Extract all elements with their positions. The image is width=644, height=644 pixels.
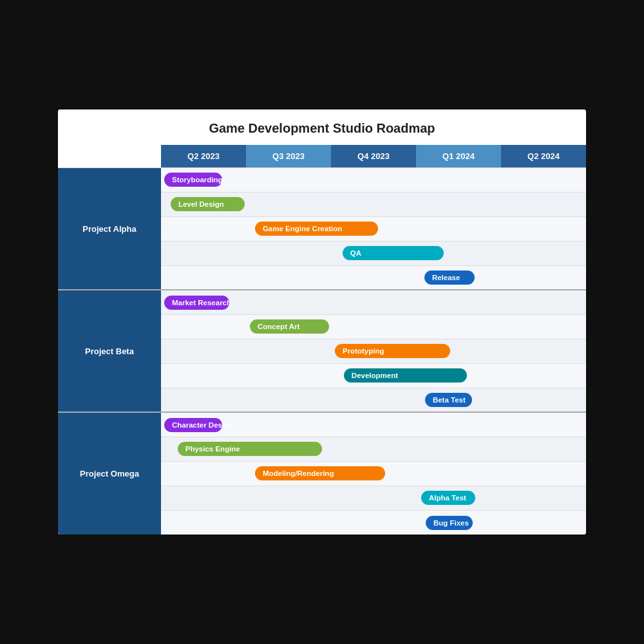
task-cell-p2-r0-c5 — [501, 412, 586, 437]
task-cell-p0-r4-c1 — [161, 265, 246, 290]
task-cell-p2-r0-c4 — [416, 412, 501, 437]
task-bar-development: Development — [344, 368, 467, 383]
task-cell-p1-r3-c1 — [161, 363, 246, 388]
header-row: Q2 2023 Q3 2023 Q4 2023 Q1 2024 Q2 2024 — [58, 145, 586, 168]
task-cell-p0-r4-c2 — [246, 265, 331, 290]
task-cell-p2-r0-c1: Character Design — [161, 412, 246, 437]
task-cell-p1-r1-c1 — [161, 314, 246, 339]
task-cell-p0-r1-c5 — [501, 192, 586, 216]
task-cell-p1-r3-c5 — [501, 363, 586, 388]
task-cell-p1-r2-c3: Prototyping — [331, 339, 501, 363]
task-cell-p0-r0-c1: Storyboarding — [161, 167, 246, 192]
task-cell-p2-r1-c3 — [331, 437, 416, 461]
task-cell-p0-r3-c2 — [246, 241, 331, 265]
task-cell-p2-r2-c4 — [416, 461, 501, 486]
task-cell-p1-r4-c3 — [331, 388, 416, 412]
task-cell-p0-r1-c3 — [331, 192, 416, 216]
header-q1-2024: Q1 2024 — [416, 145, 501, 168]
task-cell-p2-r1-c4 — [416, 437, 501, 461]
task-cell-p0-r0-c4 — [416, 167, 501, 192]
task-cell-p0-r4-c3 — [331, 265, 416, 290]
task-bar-beta-test: Beta Test — [425, 393, 472, 407]
task-cell-p1-r1-c5 — [501, 314, 586, 339]
task-cell-p2-r4-c3 — [331, 510, 416, 535]
task-cell-p2-r4-c4: Bug Fixes — [416, 510, 501, 535]
task-cell-p2-r3-c4: Alpha Test — [416, 486, 501, 510]
task-cell-p1-r2-c1 — [161, 339, 246, 363]
task-bar-physics-engine: Physics Engine — [178, 442, 322, 456]
task-cell-p2-r2-c2: Modeling/Rendering — [246, 461, 416, 486]
chart-title: Game Development Studio Roadmap — [58, 109, 586, 145]
task-cell-p0-r2-c5 — [501, 216, 586, 241]
task-cell-p0-r4-c4: Release — [416, 265, 501, 290]
task-cell-p1-r3-c2 — [246, 363, 331, 388]
task-cell-p2-r0-c3 — [331, 412, 416, 437]
project-label-0: Project Alpha — [58, 167, 161, 290]
task-cell-p0-r1-c1: Level Design — [161, 192, 246, 216]
task-bar-concept-art: Concept Art — [250, 319, 329, 334]
task-cell-p0-r0-c5 — [501, 167, 586, 192]
task-cell-p1-r1-c2: Concept Art — [246, 314, 331, 339]
task-cell-p0-r2-c1 — [161, 216, 246, 241]
task-cell-p2-r2-c1 — [161, 461, 246, 486]
task-cell-p0-r3-c1 — [161, 241, 246, 265]
task-cell-p2-r1-c5 — [501, 437, 586, 461]
task-bar-character-design: Character Design — [164, 418, 222, 432]
task-cell-p1-r4-c4: Beta Test — [416, 388, 501, 412]
chart-container: Game Development Studio Roadmap Q2 2023 … — [58, 109, 586, 535]
task-cell-p2-r0-c2 — [246, 412, 331, 437]
task-bar-bug-fixes: Bug Fixes — [426, 516, 473, 530]
task-cell-p0-r2-c4 — [416, 216, 501, 241]
task-cell-p1-r4-c5 — [501, 388, 586, 412]
task-cell-p1-r3-c3: Development — [331, 363, 501, 388]
task-cell-p0-r1-c2 — [246, 192, 331, 216]
task-cell-p1-r0-c4 — [416, 290, 501, 314]
task-cell-p2-r4-c2 — [246, 510, 331, 535]
task-cell-p1-r4-c1 — [161, 388, 246, 412]
header-q3-2023: Q3 2023 — [246, 145, 331, 168]
task-cell-p2-r4-c5 — [501, 510, 586, 535]
task-cell-p2-r3-c1 — [161, 486, 246, 510]
project-label-1: Project Beta — [58, 290, 161, 412]
task-cell-p1-r0-c2 — [246, 290, 331, 314]
gantt-body: Project AlphaStoryboardingLevel DesignGa… — [58, 167, 586, 535]
task-cell-p1-r2-c2 — [246, 339, 331, 363]
task-bar-modeling/rendering: Modeling/Rendering — [255, 466, 385, 480]
task-cell-p1-r1-c3 — [331, 314, 416, 339]
task-cell-p0-r3-c5 — [501, 241, 586, 265]
task-cell-p2-r3-c2 — [246, 486, 331, 510]
task-cell-p0-r4-c5 — [501, 265, 586, 290]
task-bar-level-design: Level Design — [171, 197, 245, 211]
task-cell-p1-r2-c5 — [501, 339, 586, 363]
task-cell-p1-r1-c4 — [416, 314, 501, 339]
task-cell-p1-r0-c1: Market Research — [161, 290, 246, 314]
task-cell-p0-r1-c4 — [416, 192, 501, 216]
task-cell-p0-r0-c2 — [246, 167, 331, 192]
gantt-table: Q2 2023 Q3 2023 Q4 2023 Q1 2024 Q2 2024 … — [58, 145, 586, 535]
project-label-2: Project Omega — [58, 412, 161, 535]
task-bar-release: Release — [424, 270, 475, 285]
task-cell-p0-r0-c3 — [331, 167, 416, 192]
task-bar-game-engine-creation: Game Engine Creation — [255, 222, 378, 236]
task-bar-alpha-test: Alpha Test — [421, 491, 475, 505]
task-cell-p0-r2-c2: Game Engine Creation — [246, 216, 416, 241]
header-q2-2023: Q2 2023 — [161, 145, 246, 168]
task-bar-market-research: Market Research — [164, 296, 229, 310]
task-bar-storyboarding: Storyboarding — [164, 173, 222, 187]
header-q4-2023: Q4 2023 — [331, 145, 416, 168]
task-cell-p2-r3-c5 — [501, 486, 586, 510]
task-cell-p1-r0-c5 — [501, 290, 586, 314]
task-cell-p2-r4-c1 — [161, 510, 246, 535]
header-label-col — [58, 145, 161, 168]
task-cell-p2-r3-c3 — [331, 486, 416, 510]
task-bar-prototyping: Prototyping — [335, 344, 451, 358]
header-q2-2024: Q2 2024 — [501, 145, 586, 168]
task-cell-p2-r1-c1: Physics Engine — [161, 437, 331, 461]
task-cell-p1-r0-c3 — [331, 290, 416, 314]
task-bar-qa: QA — [343, 246, 444, 260]
task-cell-p1-r4-c2 — [246, 388, 331, 412]
task-cell-p2-r2-c5 — [501, 461, 586, 486]
task-cell-p0-r3-c3: QA — [331, 241, 501, 265]
